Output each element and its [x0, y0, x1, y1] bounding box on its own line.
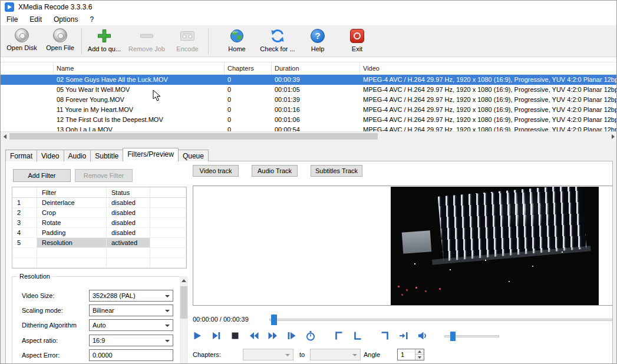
dithering-select[interactable]: Auto: [89, 319, 173, 331]
job-chapters: 0: [225, 125, 272, 131]
fast-forward-icon[interactable]: [267, 330, 279, 342]
groupbox-title: Resolution: [17, 273, 52, 280]
goto-start-icon[interactable]: [352, 330, 364, 342]
chevron-down-icon: [165, 340, 170, 342]
job-row[interactable]: 05 You Wear It Well.MOV 0 00:01:05 MPEG-…: [1, 85, 617, 95]
job-chapters: 0: [225, 115, 272, 125]
chevron-down-icon: [352, 354, 357, 356]
play-icon[interactable]: [192, 330, 203, 342]
tab-video[interactable]: Video: [37, 150, 64, 161]
aspect-error-input[interactable]: [89, 349, 173, 361]
job-name: 08 Forever Young.MOV: [54, 95, 225, 105]
menu-edit[interactable]: Edit: [24, 14, 48, 25]
menu-file[interactable]: File: [1, 14, 24, 25]
tab-subtitle[interactable]: Subtitle: [90, 150, 123, 161]
open-file-button[interactable]: Open File: [41, 27, 80, 56]
angle-value: 1: [401, 351, 404, 358]
add-to-queue-button[interactable]: Add to qu...: [84, 27, 125, 56]
column-chapters[interactable]: Chapters: [225, 62, 272, 74]
filter-row[interactable]: 1 Deinterlace disabled: [12, 198, 186, 208]
filter-status: disabled: [107, 228, 150, 237]
job-duration: 00:01:06: [272, 115, 360, 125]
scaling-mode-select[interactable]: Bilinear: [89, 305, 173, 316]
filter-row-selected[interactable]: 5 Resolution activated: [12, 238, 186, 248]
scrollbar-thumb[interactable]: [9, 133, 378, 140]
filter-row[interactable]: 4 Padding disabled: [12, 228, 186, 238]
volume-slider-thumb[interactable]: [450, 332, 456, 341]
video-track-button[interactable]: Video track: [193, 165, 239, 177]
open-disk-button[interactable]: Open Disk: [3, 27, 41, 56]
video-size-select[interactable]: 352x288 (PAL): [89, 290, 173, 302]
audio-track-button[interactable]: Audio Track: [252, 165, 298, 177]
add-filter-button[interactable]: Add Filter: [13, 169, 71, 182]
rewind-icon[interactable]: [248, 330, 260, 342]
subtitles-track-button[interactable]: Subtitles Track: [311, 165, 362, 177]
vertical-scrollbar[interactable]: [180, 276, 188, 364]
next-frame-icon[interactable]: [210, 330, 222, 342]
step-forward-icon[interactable]: [286, 330, 298, 342]
volume-icon[interactable]: [417, 330, 428, 342]
open-file-icon: [53, 28, 67, 42]
exit-button[interactable]: Exit: [340, 27, 374, 56]
filter-row[interactable]: 3 Rotate disabled: [12, 218, 186, 228]
scroll-up-arrow[interactable]: [180, 276, 188, 284]
scroll-left-arrow[interactable]: [1, 132, 9, 141]
column-duration[interactable]: Duration: [272, 62, 360, 74]
menu-help[interactable]: ?: [84, 14, 100, 25]
job-list-header: Name Chapters Duration Video: [1, 62, 617, 75]
menu-options[interactable]: Options: [48, 14, 84, 25]
goto-end-icon[interactable]: [398, 330, 410, 342]
selection-start-icon[interactable]: [333, 330, 345, 342]
home-button[interactable]: Home: [219, 27, 255, 56]
xmedia-recode-window: XMedia Recode 3.3.3.6 File Edit Options …: [0, 0, 617, 364]
selection-end-icon[interactable]: [379, 330, 391, 342]
job-row[interactable]: 12 The First Cut Is the Deepest.MOV 0 00…: [1, 115, 617, 125]
resolution-groupbox: Resolution Video Size: 352x288 (PAL) Sca…: [12, 276, 182, 364]
tab-strip: Format Video Audio Subtitle Filters/Prev…: [5, 148, 208, 161]
seek-slider[interactable]: [269, 319, 613, 321]
job-row[interactable]: 08 Forever Young.MOV 0 00:01:39 MPEG-4 A…: [1, 95, 617, 105]
column-blank[interactable]: [1, 62, 54, 74]
help-button[interactable]: ? Help: [300, 27, 335, 56]
job-row-selected[interactable]: 02 Some Guys Have All the Luck.MOV 0 00:…: [1, 75, 617, 85]
check-for-updates-button[interactable]: Check for ...: [255, 27, 300, 56]
job-rows: 02 Some Guys Have All the Luck.MOV 0 00:…: [1, 75, 617, 131]
column-video[interactable]: Video: [360, 62, 617, 74]
job-row[interactable]: 13 Ooh La La.MOV 0 00:00:54 MPEG-4 AVC /…: [1, 125, 617, 131]
filter-name: Padding: [37, 228, 107, 237]
job-chapters: 0: [225, 85, 272, 95]
column-name[interactable]: Name: [54, 62, 225, 74]
scroll-right-arrow[interactable]: [609, 132, 617, 141]
spin-up-icon[interactable]: [415, 349, 424, 355]
job-video-info: MPEG-4 AVC / H.264 29.97 Hz, 1920 x 1080…: [360, 115, 617, 125]
aspect-ratio-select[interactable]: 16:9: [89, 335, 173, 346]
time-display: 00:00:00 / 00:00:39: [193, 316, 249, 323]
scrollbar-thumb[interactable]: [180, 286, 187, 319]
side-screen: [402, 230, 431, 253]
filter-status: disabled: [107, 218, 150, 227]
filter-row-empty: [12, 248, 186, 258]
tab-audio[interactable]: Audio: [64, 150, 91, 161]
tab-queue[interactable]: Queue: [178, 150, 209, 161]
seek-slider-thumb[interactable]: [271, 315, 277, 325]
filter-table-header: Filter Status: [12, 187, 186, 198]
aspect-ratio-label: Aspect ratio:: [22, 337, 58, 344]
horizontal-scrollbar[interactable]: [1, 131, 617, 140]
encode-button: Encode: [169, 27, 206, 56]
video-preview-area: [193, 186, 613, 306]
stop-icon[interactable]: [229, 330, 241, 342]
filter-row[interactable]: 2 Crop disabled: [12, 208, 186, 218]
aspect-error-label: Aspect Error:: [22, 352, 60, 359]
job-duration: 00:01:05: [272, 85, 360, 95]
filter-status: disabled: [107, 198, 150, 207]
filter-column-header[interactable]: Filter: [37, 187, 107, 197]
job-row[interactable]: 11 Youre in My Heart.MOV 0 00:01:16 MPEG…: [1, 105, 617, 115]
spin-down-icon[interactable]: [415, 355, 424, 360]
tab-filters-preview[interactable]: Filters/Preview: [123, 148, 179, 161]
exit-icon: [349, 28, 365, 44]
job-video-info: MPEG-4 AVC / H.264 29.97 Hz, 1920 x 1080…: [360, 125, 617, 131]
status-column-header[interactable]: Status: [107, 187, 150, 197]
angle-spinner[interactable]: 1: [397, 349, 424, 360]
tab-format[interactable]: Format: [5, 150, 37, 161]
timer-icon[interactable]: [305, 330, 316, 342]
